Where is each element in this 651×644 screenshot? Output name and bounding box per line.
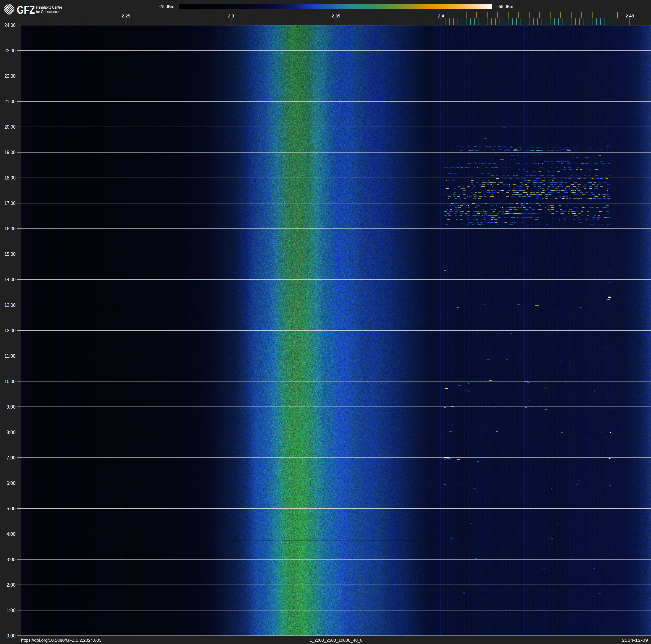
svg-text:3:00: 3:00 (6, 557, 16, 562)
svg-text:13:00: 13:00 (4, 302, 16, 308)
svg-text:18:00: 18:00 (4, 175, 16, 180)
svg-text:20:00: 20:00 (4, 124, 16, 130)
svg-text:8:00: 8:00 (6, 430, 16, 435)
svg-text:23:00: 23:00 (4, 48, 16, 53)
svg-text:2024-12-09: 2024-12-09 (622, 638, 648, 643)
svg-text:15:00: 15:00 (4, 251, 16, 257)
svg-text:for Geosciences: for Geosciences (36, 10, 60, 14)
svg-text:5:00: 5:00 (6, 506, 16, 511)
svg-text:6:00: 6:00 (6, 480, 16, 486)
svg-text:2.4: 2.4 (438, 13, 444, 18)
svg-text:1:00: 1:00 (6, 608, 16, 613)
svg-text:0:00: 0:00 (6, 633, 16, 639)
svg-text:2.49: 2.49 (626, 13, 634, 18)
svg-text:9:00: 9:00 (6, 404, 16, 410)
svg-text:19:00: 19:00 (4, 149, 16, 155)
svg-text:2:00: 2:00 (6, 582, 16, 588)
svg-text:Helmholtz Centre: Helmholtz Centre (36, 5, 62, 9)
svg-text:-75 dBm: -75 dBm (158, 4, 174, 9)
svg-text:14:00: 14:00 (4, 276, 16, 282)
svg-text:17:00: 17:00 (4, 200, 16, 206)
svg-text:2.35: 2.35 (332, 13, 340, 18)
svg-text:1_2200_2500_10000_40_0: 1_2200_2500_10000_40_0 (310, 638, 363, 643)
svg-text:4:00: 4:00 (6, 531, 16, 537)
svg-text:2.3: 2.3 (228, 13, 234, 18)
svg-text:https://doi.org/10.5880/GFZ.1.: https://doi.org/10.5880/GFZ.1.2.2024.003 (21, 638, 101, 643)
svg-text:10:00: 10:00 (4, 379, 16, 384)
svg-text:12:00: 12:00 (4, 328, 16, 333)
svg-text:24:00: 24:00 (4, 22, 16, 28)
svg-text:22:00: 22:00 (4, 73, 16, 79)
svg-text:21:00: 21:00 (4, 98, 16, 104)
svg-text:7:00: 7:00 (6, 455, 16, 461)
svg-text:-55 dBm: -55 dBm (497, 4, 513, 9)
svg-text:16:00: 16:00 (4, 226, 16, 231)
svg-text:11:00: 11:00 (4, 353, 16, 359)
svg-text:GFZ: GFZ (17, 4, 35, 16)
svg-text:2.25: 2.25 (122, 13, 130, 18)
